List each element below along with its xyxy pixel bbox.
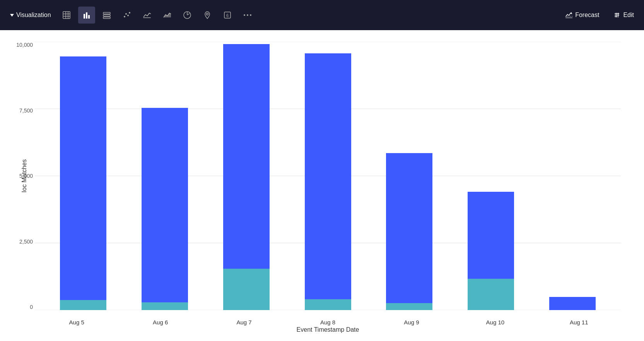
svg-rect-0: [63, 12, 70, 19]
bar-blue-4: [386, 153, 432, 303]
more-icon-btn[interactable]: [239, 7, 256, 24]
more-icon: [243, 14, 252, 17]
toolbar: Visualization: [0, 0, 644, 30]
forecast-icon: [565, 11, 573, 19]
x-tick-3: Aug 8: [286, 319, 369, 326]
svg-point-21: [247, 14, 248, 16]
bar-stack-5[interactable]: [468, 191, 514, 310]
forecast-label: Forecast: [575, 12, 599, 19]
svg-point-11: [124, 16, 125, 17]
bar-blue-0: [60, 56, 106, 300]
bar-teal-2: [223, 269, 270, 310]
y-ticks: 02,5005,0007,50010,000: [12, 42, 33, 310]
line-icon-btn[interactable]: [138, 7, 155, 24]
area-icon-btn[interactable]: [159, 7, 176, 24]
bar-stack-2[interactable]: [223, 44, 270, 310]
chart-container: Ioc Matches Event Timestamp Date 02,5005…: [0, 30, 644, 341]
edit-button[interactable]: Edit: [609, 9, 638, 21]
visualization-dropdown[interactable]: Visualization: [6, 9, 55, 21]
svg-rect-10: [103, 17, 110, 19]
line-icon: [143, 11, 151, 19]
bar-group-3: [287, 42, 369, 310]
svg-point-17: [206, 13, 208, 15]
y-tick-0: 0: [12, 304, 33, 310]
bar-teal-0: [60, 300, 106, 310]
x-axis-label: Event Timestamp Date: [297, 326, 359, 333]
map-icon-btn[interactable]: [199, 7, 216, 24]
x-tick-6: Aug 11: [537, 319, 621, 326]
bars-wrapper: [35, 42, 621, 310]
bar-chart-icon: [82, 11, 91, 19]
area-icon: [163, 11, 171, 19]
bar-group-0: [43, 42, 124, 310]
bar-group-1: [124, 42, 206, 310]
x-ticks: Aug 5Aug 6Aug 7Aug 8Aug 9Aug 10Aug 11: [35, 319, 621, 326]
bar-stack-6[interactable]: [549, 297, 596, 310]
bar-teal-5: [468, 279, 514, 310]
y-tick-1: 2,500: [12, 239, 33, 245]
scatter-icon: [123, 11, 131, 19]
bar-stack-0[interactable]: [60, 56, 106, 310]
bar-group-2: [205, 42, 287, 310]
stacked-icon-btn[interactable]: [98, 7, 115, 24]
y-tick-3: 7,500: [12, 107, 33, 114]
bar-group-5: [450, 42, 532, 310]
svg-point-20: [244, 14, 245, 16]
number-icon: 6: [223, 11, 232, 19]
svg-rect-6: [86, 12, 87, 19]
x-tick-0: Aug 5: [35, 319, 118, 326]
x-tick-4: Aug 9: [370, 319, 453, 326]
scatter-icon-btn[interactable]: [118, 7, 135, 24]
pie-icon-btn[interactable]: [179, 7, 196, 24]
bar-stack-1[interactable]: [142, 108, 188, 310]
bar-chart-icon-btn[interactable]: [78, 7, 95, 24]
toolbar-right: Forecast Edit: [561, 9, 638, 21]
bar-teal-4: [386, 303, 432, 310]
bar-teal-3: [305, 299, 351, 310]
visualization-label: Visualization: [16, 12, 51, 19]
number-icon-btn[interactable]: 6: [219, 7, 236, 24]
edit-icon: [613, 11, 621, 19]
svg-point-13: [127, 15, 129, 16]
svg-rect-8: [103, 12, 110, 14]
svg-rect-15: [143, 17, 151, 18]
svg-point-22: [250, 14, 251, 16]
toolbar-left: Visualization: [6, 7, 560, 24]
svg-rect-5: [84, 14, 85, 19]
bar-teal-1: [142, 302, 188, 310]
table-icon-btn[interactable]: [58, 7, 75, 24]
forecast-button[interactable]: Forecast: [561, 9, 603, 21]
chart-area: Ioc Matches Event Timestamp Date 02,5005…: [35, 42, 621, 310]
bar-stack-4[interactable]: [386, 153, 432, 310]
y-tick-2: 5,000: [12, 173, 33, 179]
svg-rect-9: [103, 15, 110, 16]
y-tick-4: 10,000: [12, 42, 33, 48]
x-tick-5: Aug 10: [453, 319, 537, 326]
bar-group-4: [369, 42, 450, 310]
bar-stack-3[interactable]: [305, 53, 351, 310]
svg-point-14: [129, 12, 130, 14]
pie-icon: [183, 11, 191, 19]
svg-text:6: 6: [226, 13, 228, 18]
bar-blue-2: [223, 44, 270, 269]
chevron-down-icon: [10, 14, 14, 17]
bar-blue-6: [549, 297, 596, 310]
x-tick-2: Aug 7: [202, 319, 286, 326]
bar-group-6: [531, 42, 613, 310]
x-tick-1: Aug 6: [118, 319, 202, 326]
bar-blue-5: [468, 192, 514, 279]
edit-label: Edit: [623, 12, 634, 19]
bar-blue-1: [142, 108, 188, 302]
bar-blue-3: [305, 53, 351, 299]
table-icon: [62, 11, 71, 19]
svg-point-12: [125, 13, 127, 15]
stacked-icon: [102, 11, 111, 19]
svg-rect-7: [88, 15, 90, 19]
map-icon: [203, 11, 212, 19]
